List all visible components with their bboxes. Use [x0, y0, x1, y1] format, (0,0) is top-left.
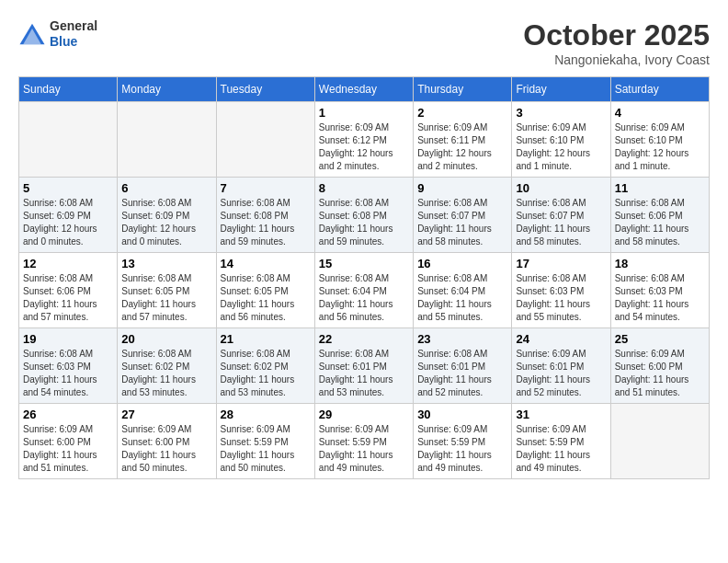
day-number: 19: [23, 332, 113, 346]
weekday-header: Wednesday: [314, 77, 413, 102]
day-info: Sunrise: 6:09 AM Sunset: 6:12 PM Dayligh…: [319, 121, 409, 173]
day-number: 8: [319, 181, 409, 195]
weekday-header: Friday: [512, 77, 610, 102]
calendar-day-cell: 25Sunrise: 6:09 AM Sunset: 6:00 PM Dayli…: [610, 328, 709, 404]
day-info: Sunrise: 6:08 AM Sunset: 6:04 PM Dayligh…: [417, 272, 507, 324]
day-number: 21: [221, 332, 311, 346]
calendar-day-cell: 24Sunrise: 6:09 AM Sunset: 6:01 PM Dayli…: [512, 328, 610, 404]
calendar-day-cell: 28Sunrise: 6:09 AM Sunset: 5:59 PM Dayli…: [216, 404, 314, 479]
calendar-day-cell: 11Sunrise: 6:08 AM Sunset: 6:06 PM Dayli…: [610, 178, 709, 253]
calendar-day-cell: [118, 102, 216, 178]
calendar-day-cell: 16Sunrise: 6:08 AM Sunset: 6:04 PM Dayli…: [414, 253, 512, 328]
calendar-week-row: 5Sunrise: 6:08 AM Sunset: 6:09 PM Daylig…: [19, 178, 710, 253]
calendar-day-cell: 3Sunrise: 6:09 AM Sunset: 6:10 PM Daylig…: [512, 102, 610, 178]
day-info: Sunrise: 6:09 AM Sunset: 5:59 PM Dayligh…: [417, 423, 507, 475]
weekday-header: Sunday: [19, 77, 118, 102]
day-info: Sunrise: 6:08 AM Sunset: 6:09 PM Dayligh…: [121, 197, 211, 248]
calendar-day-cell: 27Sunrise: 6:09 AM Sunset: 6:00 PM Dayli…: [118, 404, 216, 479]
day-number: 22: [319, 332, 409, 346]
calendar-day-cell: 1Sunrise: 6:09 AM Sunset: 6:12 PM Daylig…: [314, 102, 413, 178]
calendar-day-cell: 30Sunrise: 6:09 AM Sunset: 5:59 PM Dayli…: [414, 404, 512, 479]
weekday-header: Thursday: [414, 77, 512, 102]
day-info: Sunrise: 6:08 AM Sunset: 6:08 PM Dayligh…: [319, 197, 409, 248]
page-header: General Blue October 2025 Nangoniekaha, …: [18, 18, 710, 67]
day-info: Sunrise: 6:08 AM Sunset: 6:01 PM Dayligh…: [417, 348, 507, 399]
calendar-week-row: 12Sunrise: 6:08 AM Sunset: 6:06 PM Dayli…: [19, 253, 710, 328]
calendar-header: SundayMondayTuesdayWednesdayThursdayFrid…: [19, 77, 710, 102]
calendar-day-cell: 4Sunrise: 6:09 AM Sunset: 6:10 PM Daylig…: [610, 102, 709, 178]
calendar-day-cell: 9Sunrise: 6:08 AM Sunset: 6:07 PM Daylig…: [414, 178, 512, 253]
calendar-day-cell: 5Sunrise: 6:08 AM Sunset: 6:09 PM Daylig…: [19, 178, 118, 253]
day-number: 17: [516, 257, 606, 270]
day-number: 10: [516, 181, 606, 195]
calendar-day-cell: 15Sunrise: 6:08 AM Sunset: 6:04 PM Dayli…: [314, 253, 413, 328]
day-info: Sunrise: 6:09 AM Sunset: 5:59 PM Dayligh…: [516, 423, 606, 475]
day-number: 6: [121, 181, 211, 195]
day-info: Sunrise: 6:08 AM Sunset: 6:02 PM Dayligh…: [121, 348, 211, 399]
day-number: 3: [516, 106, 606, 120]
day-number: 20: [121, 332, 211, 346]
day-number: 15: [319, 257, 409, 270]
day-info: Sunrise: 6:08 AM Sunset: 6:05 PM Dayligh…: [121, 272, 211, 324]
calendar-day-cell: 26Sunrise: 6:09 AM Sunset: 6:00 PM Dayli…: [19, 404, 118, 479]
calendar-day-cell: 13Sunrise: 6:08 AM Sunset: 6:05 PM Dayli…: [118, 253, 216, 328]
logo: General Blue: [18, 18, 97, 50]
calendar-day-cell: [19, 102, 118, 178]
day-number: 28: [221, 408, 311, 421]
title-block: October 2025 Nangoniekaha, Ivory Coast: [523, 18, 710, 67]
day-info: Sunrise: 6:08 AM Sunset: 6:09 PM Dayligh…: [23, 197, 113, 248]
day-info: Sunrise: 6:08 AM Sunset: 6:07 PM Dayligh…: [417, 197, 507, 248]
day-info: Sunrise: 6:08 AM Sunset: 6:03 PM Dayligh…: [23, 348, 113, 399]
day-info: Sunrise: 6:09 AM Sunset: 6:00 PM Dayligh…: [23, 423, 113, 475]
calendar-week-row: 19Sunrise: 6:08 AM Sunset: 6:03 PM Dayli…: [19, 328, 710, 404]
day-number: 25: [615, 332, 705, 346]
logo-icon: [18, 20, 46, 48]
logo-text: General Blue: [50, 18, 97, 50]
calendar-day-cell: 19Sunrise: 6:08 AM Sunset: 6:03 PM Dayli…: [19, 328, 118, 404]
calendar-day-cell: 18Sunrise: 6:08 AM Sunset: 6:03 PM Dayli…: [610, 253, 709, 328]
day-number: 16: [417, 257, 507, 270]
day-info: Sunrise: 6:09 AM Sunset: 6:00 PM Dayligh…: [615, 348, 705, 399]
calendar-day-cell: 31Sunrise: 6:09 AM Sunset: 5:59 PM Dayli…: [512, 404, 610, 479]
calendar-day-cell: 23Sunrise: 6:08 AM Sunset: 6:01 PM Dayli…: [414, 328, 512, 404]
day-number: 14: [221, 257, 311, 270]
weekday-row: SundayMondayTuesdayWednesdayThursdayFrid…: [19, 77, 710, 102]
location: Nangoniekaha, Ivory Coast: [523, 52, 710, 67]
day-info: Sunrise: 6:08 AM Sunset: 6:04 PM Dayligh…: [319, 272, 409, 324]
calendar-day-cell: 21Sunrise: 6:08 AM Sunset: 6:02 PM Dayli…: [216, 328, 314, 404]
day-info: Sunrise: 6:08 AM Sunset: 6:02 PM Dayligh…: [221, 348, 311, 399]
calendar-day-cell: 29Sunrise: 6:09 AM Sunset: 5:59 PM Dayli…: [314, 404, 413, 479]
calendar-day-cell: 10Sunrise: 6:08 AM Sunset: 6:07 PM Dayli…: [512, 178, 610, 253]
day-info: Sunrise: 6:08 AM Sunset: 6:06 PM Dayligh…: [23, 272, 113, 324]
day-number: 13: [121, 257, 211, 270]
day-number: 9: [417, 181, 507, 195]
weekday-header: Tuesday: [216, 77, 314, 102]
weekday-header: Monday: [118, 77, 216, 102]
day-number: 1: [319, 106, 409, 120]
day-number: 26: [23, 408, 113, 421]
day-info: Sunrise: 6:09 AM Sunset: 6:01 PM Dayligh…: [516, 348, 606, 399]
weekday-header: Saturday: [610, 77, 709, 102]
calendar-day-cell: [216, 102, 314, 178]
day-number: 2: [417, 106, 507, 120]
calendar-day-cell: 8Sunrise: 6:08 AM Sunset: 6:08 PM Daylig…: [314, 178, 413, 253]
day-number: 5: [23, 181, 113, 195]
day-number: 11: [615, 181, 705, 195]
calendar-day-cell: 22Sunrise: 6:08 AM Sunset: 6:01 PM Dayli…: [314, 328, 413, 404]
day-info: Sunrise: 6:08 AM Sunset: 6:08 PM Dayligh…: [221, 197, 311, 248]
day-number: 12: [23, 257, 113, 270]
calendar-week-row: 26Sunrise: 6:09 AM Sunset: 6:00 PM Dayli…: [19, 404, 710, 479]
day-number: 30: [417, 408, 507, 421]
day-number: 27: [121, 408, 211, 421]
day-number: 29: [319, 408, 409, 421]
calendar-day-cell: [610, 404, 709, 479]
month-title: October 2025: [523, 18, 710, 52]
calendar-day-cell: 6Sunrise: 6:08 AM Sunset: 6:09 PM Daylig…: [118, 178, 216, 253]
calendar-day-cell: 14Sunrise: 6:08 AM Sunset: 6:05 PM Dayli…: [216, 253, 314, 328]
day-number: 4: [615, 106, 705, 120]
calendar-body: 1Sunrise: 6:09 AM Sunset: 6:12 PM Daylig…: [19, 102, 710, 479]
calendar-week-row: 1Sunrise: 6:09 AM Sunset: 6:12 PM Daylig…: [19, 102, 710, 178]
calendar-day-cell: 2Sunrise: 6:09 AM Sunset: 6:11 PM Daylig…: [414, 102, 512, 178]
day-number: 7: [221, 181, 311, 195]
day-number: 18: [615, 257, 705, 270]
